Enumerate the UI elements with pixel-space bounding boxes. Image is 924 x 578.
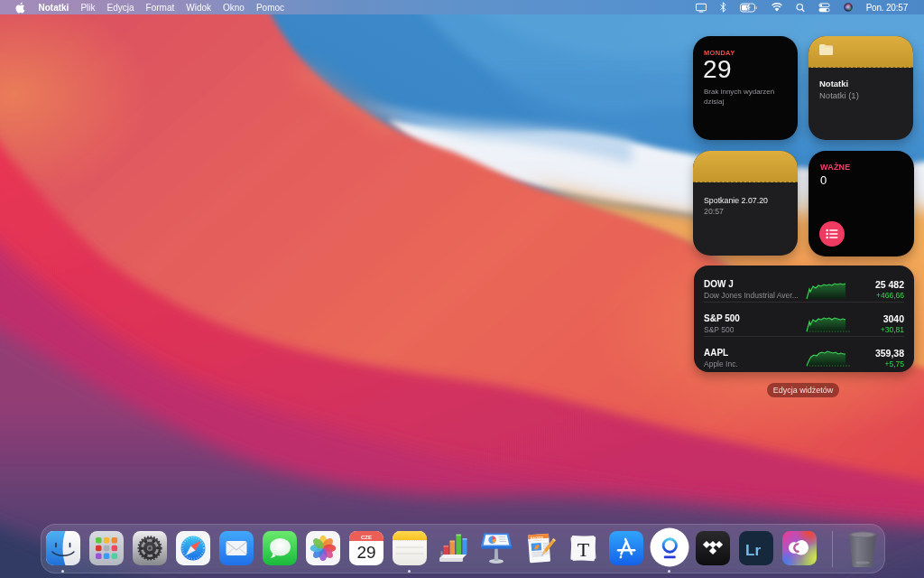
svg-text:PAGES: PAGES (531, 536, 544, 541)
svg-text:T: T (578, 538, 590, 561)
svg-text:CZE: CZE (361, 535, 372, 540)
svg-text:Lr: Lr (745, 542, 761, 559)
svg-text:29: 29 (356, 543, 375, 562)
